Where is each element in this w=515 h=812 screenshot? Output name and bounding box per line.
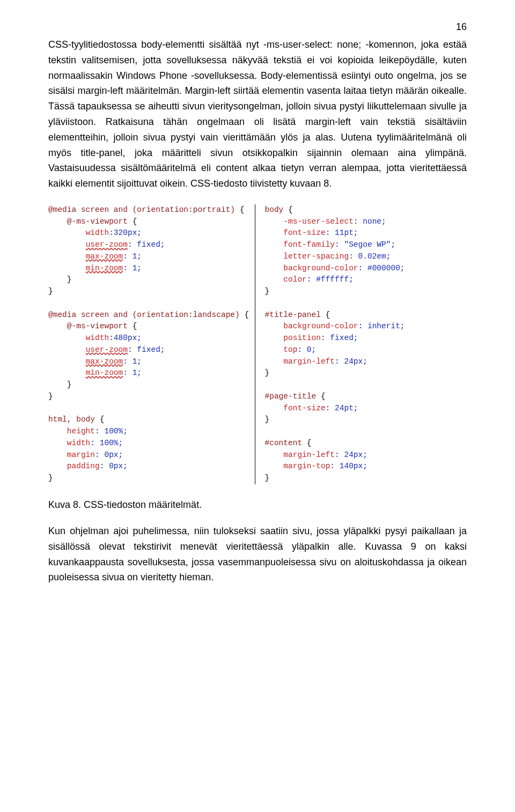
paragraph-1: CSS-tyylitiedostossa body-elementti sisä…: [48, 37, 467, 191]
paragraph-2: Kun ohjelman ajoi puhelimessa, niin tulo…: [48, 523, 467, 585]
code-column-right: body { -ms-user-select: none; font-size:…: [255, 204, 467, 484]
code-figure: @media screen and (orientation:portrait)…: [48, 204, 467, 484]
page-number: 16: [48, 21, 467, 33]
figure-caption: Kuva 8. CSS-tiedoston määritelmät.: [48, 499, 467, 511]
document-page: 16 CSS-tyylitiedostossa body-elementti s…: [0, 0, 515, 619]
code-column-left: @media screen and (orientation:portrait)…: [48, 204, 255, 484]
